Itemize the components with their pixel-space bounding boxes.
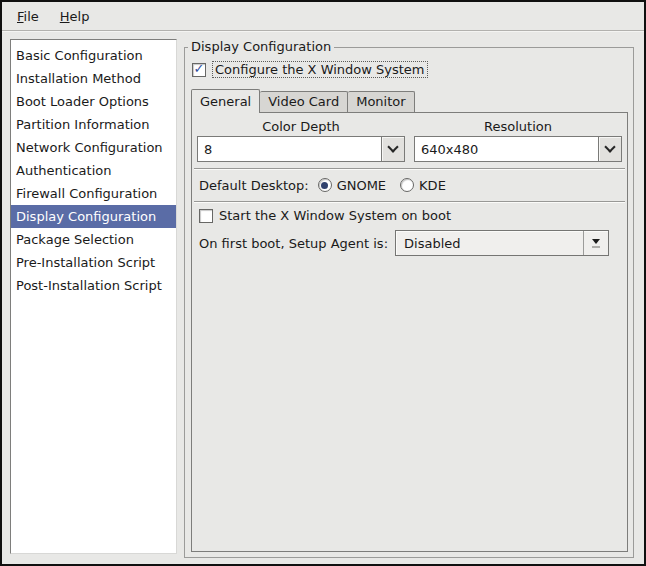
setup-agent-row: On first boot, Setup Agent is: Disabled: [199, 230, 609, 256]
frame-title: Display Configuration: [188, 39, 334, 54]
tab-monitor[interactable]: Monitor: [348, 91, 414, 112]
dropdown-dash-icon: [592, 246, 600, 248]
tab-general[interactable]: General: [191, 89, 260, 113]
sidebar-item-display-configuration[interactable]: Display Configuration: [11, 205, 176, 228]
combo-row: 8 640x480: [197, 136, 622, 162]
sidebar-item-installation-method[interactable]: Installation Method: [11, 67, 176, 90]
menu-bar: File Help: [2, 2, 644, 31]
configure-x-label: Configure the X Window System: [212, 61, 428, 78]
sidebar-item-network-configuration[interactable]: Network Configuration: [11, 136, 176, 159]
setup-agent-dropdown[interactable]: Disabled: [395, 230, 609, 256]
dropdown-arrow-icon: [592, 239, 600, 244]
combo-headers: Color Depth Resolution: [197, 119, 622, 134]
configure-x-checkbox-row: ✓ Configure the X Window System: [192, 61, 428, 78]
resolution-dropdown-button[interactable]: [598, 136, 622, 162]
radio-gnome[interactable]: [318, 178, 332, 192]
color-depth-entry[interactable]: 8: [197, 136, 382, 162]
separator: [194, 168, 625, 170]
check-icon: ✓: [194, 64, 205, 74]
menu-file[interactable]: File: [14, 7, 42, 26]
color-depth-combo: 8: [197, 136, 405, 162]
setup-agent-label: On first boot, Setup Agent is:: [199, 236, 388, 251]
radio-dot-icon: [321, 182, 328, 189]
sidebar-item-authentication[interactable]: Authentication: [11, 159, 176, 182]
sidebar-item-partition-information[interactable]: Partition Information: [11, 113, 176, 136]
separator: [194, 201, 625, 203]
kde-label: KDE: [419, 178, 446, 193]
chevron-down-icon: [387, 141, 398, 152]
start-x-checkbox-row: Start the X Window System on boot: [199, 208, 451, 223]
color-depth-dropdown-button[interactable]: [381, 136, 405, 162]
sidebar-item-boot-loader-options[interactable]: Boot Loader Options: [11, 90, 176, 113]
sidebar-item-basic-configuration[interactable]: Basic Configuration: [11, 44, 176, 67]
resolution-label: Resolution: [414, 119, 622, 134]
dropdown-arrow-zone: [583, 231, 608, 255]
menu-help-accel: H: [60, 9, 70, 24]
tab-strip: General Video Card Monitor: [191, 88, 415, 112]
sidebar-item-package-selection[interactable]: Package Selection: [11, 228, 176, 251]
configure-x-checkbox[interactable]: ✓: [192, 63, 206, 77]
general-tab-page: Color Depth Resolution 8 640x480: [191, 112, 628, 552]
resolution-combo: 640x480: [414, 136, 622, 162]
resolution-entry[interactable]: 640x480: [414, 136, 599, 162]
radio-kde[interactable]: [400, 178, 414, 192]
start-x-label: Start the X Window System on boot: [219, 208, 451, 223]
chevron-down-icon: [604, 141, 615, 152]
menu-help[interactable]: Help: [57, 7, 93, 26]
display-configuration-frame: Display Configuration ✓ Configure the X …: [184, 47, 634, 558]
section-list: Basic Configuration Installation Method …: [10, 39, 177, 554]
sidebar-item-post-installation-script[interactable]: Post-Installation Script: [11, 274, 176, 297]
setup-agent-value: Disabled: [404, 236, 460, 251]
start-x-checkbox[interactable]: [199, 209, 213, 223]
default-desktop-row: Default Desktop: GNOME KDE: [199, 174, 460, 196]
sidebar-item-firewall-configuration[interactable]: Firewall Configuration: [11, 182, 176, 205]
default-desktop-label: Default Desktop:: [199, 178, 309, 193]
sidebar-item-pre-installation-script[interactable]: Pre-Installation Script: [11, 251, 176, 274]
tab-video-card[interactable]: Video Card: [260, 91, 348, 112]
gnome-label: GNOME: [337, 178, 386, 193]
kickstart-configurator-window: File Help Basic Configuration Installati…: [0, 0, 646, 566]
menu-help-rest: elp: [70, 9, 90, 24]
menu-file-rest: ile: [24, 9, 39, 24]
color-depth-label: Color Depth: [197, 119, 405, 134]
